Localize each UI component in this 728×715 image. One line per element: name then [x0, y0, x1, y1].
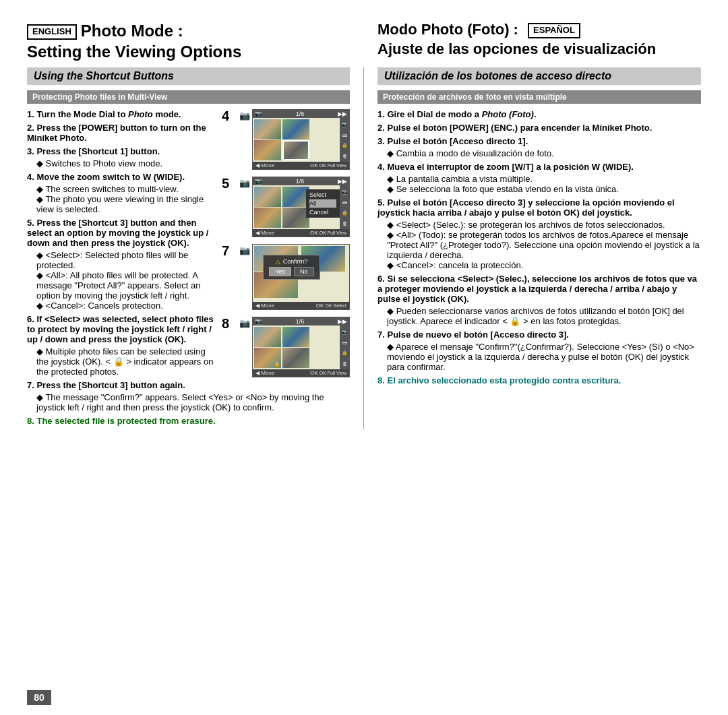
no-button[interactable]: No	[294, 267, 314, 276]
bullet: ◆ <Select> (Selec.): se protegerán los a…	[387, 220, 701, 230]
left-title: ENGLISHPhoto Mode : Setting the Viewing …	[27, 20, 351, 62]
step7-screen: △ Confirm? Yes No	[252, 244, 350, 310]
r-step5-bullets: ◆ <Select> (Selec.): se protegerán los a…	[377, 220, 701, 270]
r-step4-bullets: ◆ La pantalla cambia a vista múltiple. ◆…	[377, 174, 701, 194]
confirm-label: Confirm?	[283, 258, 308, 265]
bullet: ◆ Se selecciona la foto que estaba viend…	[387, 184, 701, 194]
right-content: 1. Gire el Dial de modo a Photo (Foto). …	[377, 109, 701, 385]
left-section-heading: Using the Shortcut Buttons	[27, 67, 350, 85]
step8-label: 8	[222, 317, 237, 330]
step4-row: 4 📷 📷 1/6 ▶▶	[222, 109, 350, 170]
bullet: ◆ Aparece el mensaje "Confirm?"(¿Confirm…	[387, 342, 701, 372]
step8-screen: 📷 1/6 ▶▶	[252, 317, 350, 377]
r-step3-bullets: ◆ Cambia a modo de visualización de foto…	[377, 148, 701, 158]
page: ENGLISHPhoto Mode : Setting the Viewing …	[0, 0, 728, 715]
english-badge: ENGLISH	[27, 24, 77, 40]
bullet: ◆ Pueden seleccionarse varios archivos d…	[387, 306, 701, 326]
step4-screen: 📷 1/6 ▶▶	[252, 109, 350, 170]
step7-bullets: ◆ The message "Confirm?" appears. Select…	[27, 392, 350, 412]
right-sub-heading: Protección de archivos de foto en vista …	[377, 90, 701, 104]
right-header: Modo Photo (Foto) : ESPAÑOL Ajuste de la…	[364, 20, 701, 62]
right-column: Utilización de los botones de acceso dir…	[364, 67, 701, 429]
espanol-badge: ESPAÑOL	[528, 23, 580, 38]
r-step7: 7. Pulse de nuevo el botón [Acceso direc…	[377, 330, 701, 340]
camera-icon-5: 📷	[239, 178, 250, 188]
bullet: ◆ La pantalla cambia a vista múltiple.	[387, 174, 701, 184]
r-step5: 5. Pulse el botón [Acceso directo 3] y s…	[377, 197, 701, 218]
left-sub-heading: Protecting Photo files in Multi-View	[27, 90, 350, 104]
r-step8: 8. El archivo seleccionado esta protegid…	[377, 375, 701, 385]
yes-button[interactable]: Yes	[269, 267, 291, 276]
left-header: ENGLISHPhoto Mode : Setting the Viewing …	[27, 20, 364, 62]
r-step7-bullets: ◆ Aparece el mensaje "Confirm?"(¿Confirm…	[377, 342, 701, 372]
step7-row: 7 📷	[222, 244, 350, 310]
all-option: All	[309, 199, 336, 208]
bullet: ◆ <All> (Todo): se protegerán todos los …	[387, 230, 701, 260]
camera-icon-4: 📷	[239, 111, 250, 121]
step8-text: 8. The selected file is protected from e…	[27, 416, 350, 426]
left-subtitle: Setting the Viewing Options	[27, 42, 241, 61]
cancel-option: Cancel	[309, 208, 336, 216]
camera-icon-7: 📷	[239, 245, 250, 255]
r-step1: 1. Gire el Dial de modo a Photo (Foto).	[377, 109, 701, 119]
right-title: Modo Photo (Foto) : ESPAÑOL Ajuste de la…	[377, 20, 701, 59]
page-number: 80	[27, 690, 51, 705]
select-option: Select	[309, 191, 336, 199]
step5-row: 5 📷 📷 1/6 ▶▶	[222, 177, 350, 237]
step5-screen: 📷 1/6 ▶▶	[252, 177, 350, 237]
bullet: ◆ Cambia a modo de visualización de foto…	[387, 148, 701, 158]
bullet: ◆ <Cancel>: cancela la protección.	[387, 260, 701, 270]
step8-row: 8 📷 📷 1/6 ▶▶	[222, 317, 350, 377]
step4-label: 4	[222, 109, 237, 123]
r-step4: 4. Mueva el interruptor de zoom [W/T] a …	[377, 162, 701, 172]
step7-label: 7	[222, 244, 237, 257]
r-step3: 3. Pulse el botón [Acceso directo 1].	[377, 136, 701, 146]
r-step6-bullets: ◆ Pueden seleccionarse varios archivos d…	[377, 306, 701, 326]
bullet: ◆ The message "Confirm?" appears. Select…	[36, 392, 350, 412]
r-step6: 6. Si se selecciona <Select> (Selec.), s…	[377, 274, 701, 304]
step5-label: 5	[222, 177, 237, 190]
left-content: 4 📷 📷 1/6 ▶▶	[27, 109, 350, 429]
left-column: Using the Shortcut Buttons Protecting Ph…	[27, 67, 364, 429]
screen-step4-block: 4 📷 📷 1/6 ▶▶	[222, 109, 350, 384]
right-subtitle: Ajuste de las opciones de visualización	[377, 40, 656, 57]
r-step2: 2. Pulse el botón [POWER] (ENC.) para en…	[377, 123, 701, 133]
right-section-heading: Utilización de los botones de acceso dir…	[377, 67, 701, 85]
camera-icon-8: 📷	[239, 318, 250, 328]
confirm-dialog: △ Confirm? Yes No	[263, 255, 320, 280]
select-menu: Select All Cancel	[306, 189, 340, 218]
